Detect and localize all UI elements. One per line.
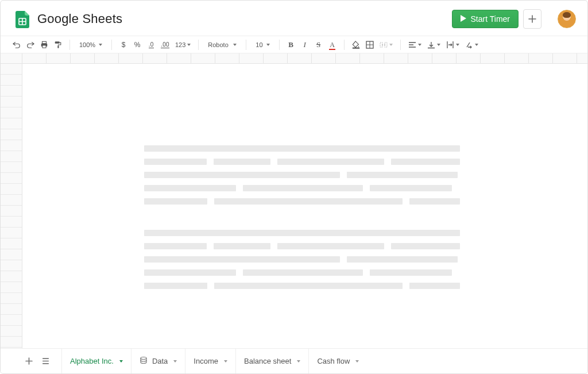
redo-button[interactable] bbox=[25, 38, 36, 51]
row-header[interactable] bbox=[1, 151, 22, 162]
column-header[interactable] bbox=[553, 53, 577, 63]
row-header[interactable] bbox=[1, 282, 22, 293]
sheet-tab-data[interactable]: Data bbox=[131, 349, 185, 374]
tab-label: Data bbox=[152, 357, 168, 365]
row-header[interactable] bbox=[1, 249, 22, 260]
sheet-tab-income[interactable]: Income bbox=[185, 349, 236, 374]
row-header[interactable] bbox=[1, 86, 22, 97]
paint-format-button[interactable] bbox=[52, 38, 64, 51]
row-header[interactable] bbox=[1, 217, 22, 228]
italic-button[interactable]: I bbox=[299, 38, 311, 51]
row-header[interactable] bbox=[1, 129, 22, 140]
column-header[interactable] bbox=[360, 53, 384, 63]
decrease-decimal-button[interactable]: .0 bbox=[145, 38, 157, 51]
row-header[interactable] bbox=[1, 75, 22, 86]
sheet-tab-alphabet-inc[interactable]: Alphabet Inc. bbox=[61, 348, 131, 373]
separator bbox=[344, 40, 345, 50]
avatar[interactable] bbox=[558, 10, 576, 28]
column-header[interactable] bbox=[71, 53, 95, 63]
all-sheets-button[interactable] bbox=[41, 357, 50, 365]
vertical-align-button[interactable] bbox=[425, 38, 442, 51]
sheet-tab-cash-flow[interactable]: Cash flow bbox=[309, 349, 367, 374]
svg-rect-3 bbox=[42, 41, 47, 44]
zoom-select[interactable]: 100% bbox=[76, 38, 106, 51]
text-rotation-button[interactable] bbox=[463, 38, 480, 51]
percent-format-button[interactable]: % bbox=[131, 38, 143, 51]
select-all-corner[interactable] bbox=[1, 53, 22, 63]
column-header[interactable] bbox=[577, 53, 587, 63]
column-header[interactable] bbox=[336, 53, 360, 63]
borders-button[interactable] bbox=[364, 38, 376, 51]
row-header[interactable] bbox=[1, 206, 22, 217]
font-size-select[interactable]: 10 bbox=[252, 38, 273, 51]
row-header[interactable] bbox=[1, 260, 22, 271]
column-header[interactable] bbox=[481, 53, 505, 63]
column-header[interactable] bbox=[408, 53, 432, 63]
undo-icon bbox=[13, 41, 21, 49]
column-header[interactable] bbox=[529, 53, 553, 63]
row-header[interactable] bbox=[1, 293, 22, 304]
row-header[interactable] bbox=[1, 271, 22, 282]
row-header[interactable] bbox=[1, 184, 22, 195]
svg-rect-7 bbox=[57, 45, 59, 48]
toolbar: 100% $ % .0 .00 123 Roboto 10 B I S A bbox=[1, 36, 587, 53]
row-header[interactable] bbox=[1, 228, 22, 238]
play-icon bbox=[461, 14, 466, 24]
row-header[interactable] bbox=[1, 97, 22, 107]
column-header[interactable] bbox=[239, 53, 264, 63]
fill-color-button[interactable] bbox=[350, 38, 362, 51]
column-header[interactable] bbox=[215, 53, 239, 63]
plus-icon bbox=[528, 15, 536, 23]
print-icon bbox=[40, 41, 48, 49]
column-header[interactable] bbox=[264, 53, 288, 63]
separator bbox=[69, 40, 70, 50]
column-header[interactable] bbox=[143, 53, 167, 63]
increase-decimal-button[interactable]: .00 bbox=[159, 38, 171, 51]
column-header[interactable] bbox=[95, 53, 119, 63]
row-header[interactable] bbox=[1, 337, 22, 348]
column-header[interactable] bbox=[432, 53, 457, 63]
column-header[interactable] bbox=[505, 53, 529, 63]
bold-button[interactable]: B bbox=[285, 38, 297, 51]
row-header[interactable] bbox=[1, 118, 22, 129]
row-header[interactable] bbox=[1, 315, 22, 326]
column-header[interactable] bbox=[384, 53, 408, 63]
row-header[interactable] bbox=[1, 238, 22, 249]
column-header[interactable] bbox=[288, 53, 312, 63]
row-header[interactable] bbox=[1, 195, 22, 206]
row-header[interactable] bbox=[1, 304, 22, 315]
undo-button[interactable] bbox=[11, 38, 22, 51]
row-header[interactable] bbox=[1, 107, 22, 118]
print-button[interactable] bbox=[38, 38, 50, 51]
add-button[interactable] bbox=[523, 9, 541, 29]
add-sheet-button[interactable] bbox=[25, 357, 33, 365]
row-header[interactable] bbox=[1, 64, 22, 75]
sheet-tab-balance-sheet[interactable]: Balance sheet bbox=[236, 349, 309, 374]
align-left-icon bbox=[408, 41, 416, 49]
column-header[interactable] bbox=[47, 53, 71, 63]
column-header[interactable] bbox=[119, 53, 143, 63]
currency-format-button[interactable]: $ bbox=[118, 38, 129, 51]
row-header[interactable] bbox=[1, 173, 22, 184]
column-header[interactable] bbox=[457, 53, 481, 63]
column-header[interactable] bbox=[312, 53, 336, 63]
row-header[interactable] bbox=[1, 162, 22, 173]
column-header[interactable] bbox=[167, 53, 191, 63]
row-header[interactable] bbox=[1, 326, 22, 337]
spreadsheet-area[interactable] bbox=[1, 53, 587, 348]
text-wrap-button[interactable] bbox=[444, 38, 461, 51]
caret-down-icon bbox=[456, 44, 459, 46]
more-formats-button[interactable]: 123 bbox=[173, 38, 192, 51]
font-family-select[interactable]: Roboto bbox=[204, 38, 240, 51]
horizontal-align-button[interactable] bbox=[407, 38, 423, 51]
text-color-button[interactable]: A bbox=[327, 38, 338, 51]
strikethrough-button[interactable]: S bbox=[313, 38, 324, 51]
column-header[interactable] bbox=[22, 53, 47, 63]
row-header[interactable] bbox=[1, 140, 22, 151]
separator bbox=[279, 40, 280, 50]
start-timer-button[interactable]: Start Timer bbox=[452, 10, 519, 28]
tab-label: Balance sheet bbox=[244, 357, 291, 365]
plus-icon bbox=[25, 357, 33, 365]
column-header[interactable] bbox=[191, 53, 215, 63]
merge-cells-button[interactable] bbox=[378, 38, 394, 51]
